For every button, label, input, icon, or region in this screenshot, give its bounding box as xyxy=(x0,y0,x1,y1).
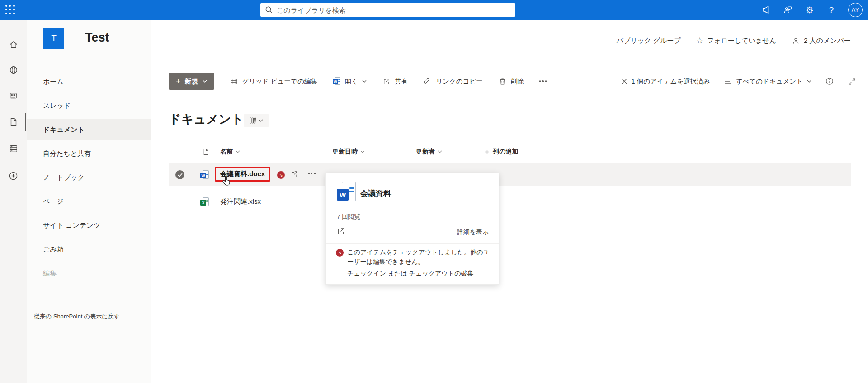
column-header-modified-by[interactable]: 更新者 xyxy=(416,148,442,156)
view-options-icon xyxy=(724,78,732,85)
app-launcher-icon[interactable] xyxy=(5,5,15,15)
add-column-button[interactable]: 列の追加 xyxy=(485,148,518,156)
star-icon: ☆ xyxy=(696,37,703,45)
command-bar-right: 1 個のアイテムを選択済み すべてのドキュメント xyxy=(621,72,856,90)
view-selector[interactable]: すべてのドキュメント xyxy=(724,77,811,86)
checked-out-icon: ↘ xyxy=(277,171,285,179)
view-count: 7 回閲覧 xyxy=(337,213,360,221)
checked-out-icon: ↘ xyxy=(336,249,344,257)
announcements-icon[interactable] xyxy=(761,5,771,15)
globe-icon[interactable] xyxy=(0,59,27,81)
plus-icon: + xyxy=(176,77,181,86)
plus-icon xyxy=(485,149,490,154)
file-link[interactable]: 発注関連.xlsx xyxy=(220,197,261,206)
hover-card-title: 会議資料 xyxy=(360,188,391,199)
site-header-meta: パブリック グループ ☆ フォローしていません 2 人のメンバー xyxy=(617,33,851,49)
word-file-icon-large: W xyxy=(337,182,357,203)
table-row[interactable]: X 発注関連.xlsx xyxy=(169,192,851,212)
checkout-message: このアイテムをチェックアウトしました。他のユーザーは編集できません。 xyxy=(347,248,490,266)
nav-item-notebook[interactable]: ノートブック xyxy=(27,167,151,188)
row-more-icon[interactable] xyxy=(308,173,316,174)
word-file-icon: W xyxy=(200,170,209,179)
delete-button[interactable]: 削除 xyxy=(498,77,524,86)
account-avatar[interactable]: AY xyxy=(848,3,863,17)
nav-item-home[interactable]: ホーム xyxy=(27,71,151,93)
app-rail xyxy=(0,20,27,383)
nav-item-documents[interactable]: ドキュメント xyxy=(27,119,151,140)
show-details-link[interactable]: 詳細を表示 xyxy=(457,228,489,236)
clear-selection-button[interactable]: 1 個のアイテムを選択済み xyxy=(621,77,710,86)
column-header-name[interactable]: 名前 xyxy=(220,148,240,156)
excel-file-icon: X xyxy=(200,197,209,206)
row-selected-check-icon[interactable] xyxy=(175,170,184,179)
trash-icon xyxy=(498,77,507,86)
documents-icon[interactable] xyxy=(0,111,27,133)
divider xyxy=(326,243,499,244)
card-share-icon[interactable] xyxy=(336,226,346,236)
more-commands-button[interactable] xyxy=(539,80,547,82)
follow-button[interactable]: ☆ フォローしていません xyxy=(696,37,776,45)
column-settings-chip[interactable] xyxy=(244,114,269,127)
settings-gear-icon[interactable]: ⚙ xyxy=(805,5,815,15)
file-type-column-icon[interactable] xyxy=(202,148,210,156)
ellipsis-icon xyxy=(539,80,547,82)
columns-icon xyxy=(250,117,256,124)
link-icon xyxy=(423,77,432,86)
new-button[interactable]: + 新規 xyxy=(169,73,214,90)
row-share-icon[interactable] xyxy=(290,170,299,179)
file-hover-card: W 会議資料 7 回閲覧 詳細を表示 ↘ このアイテムをチェックアウトしました。… xyxy=(326,173,499,285)
privacy-label: パブリック グループ xyxy=(617,37,681,45)
members-button[interactable]: 2 人のメンバー xyxy=(792,37,851,45)
nav-item-pages[interactable]: ページ xyxy=(27,191,151,212)
copy-link-button[interactable]: リンクのコピー xyxy=(423,77,483,86)
nav-item-threads[interactable]: スレッド xyxy=(27,95,151,117)
site-title[interactable]: Test xyxy=(85,31,109,45)
classic-sharepoint-link[interactable]: 従来の SharePoint の表示に戻す xyxy=(34,313,120,321)
nav-item-edit[interactable]: 編集 xyxy=(27,262,151,284)
edit-grid-view-button[interactable]: グリッド ビューでの編集 xyxy=(230,77,317,86)
close-icon xyxy=(621,78,627,84)
search-icon xyxy=(265,6,273,14)
home-icon[interactable] xyxy=(0,34,27,56)
mouse-cursor-icon xyxy=(222,176,230,186)
help-icon[interactable]: ? xyxy=(826,5,836,15)
suite-bar-actions: ⚙ ? AY xyxy=(761,0,863,20)
feedback-icon[interactable] xyxy=(783,5,793,15)
expand-button[interactable] xyxy=(848,77,856,86)
open-button[interactable]: W 開く xyxy=(333,77,367,86)
news-icon[interactable] xyxy=(0,85,27,107)
command-bar: + 新規 グリッド ビューでの編集 W 開く 共有 リンクのコピー 削除 xyxy=(169,72,547,90)
search-box[interactable] xyxy=(260,3,515,17)
word-file-icon: W xyxy=(333,77,341,85)
search-input[interactable] xyxy=(277,6,511,14)
nav-item-site-contents[interactable]: サイト コンテンツ xyxy=(27,215,151,236)
site-logo[interactable]: T xyxy=(43,28,64,49)
info-icon xyxy=(825,77,834,86)
rail-selection-indicator xyxy=(25,113,26,131)
grid-icon xyxy=(230,77,238,86)
site-navigation: ホーム スレッド ドキュメント 自分たちと共有 ノートブック ページ サイト コ… xyxy=(27,20,151,383)
create-plus-icon[interactable] xyxy=(0,165,27,187)
expand-icon xyxy=(848,77,856,86)
library-title: ドキュメント xyxy=(169,111,244,127)
column-header-modified[interactable]: 更新日時 xyxy=(332,148,365,156)
share-icon xyxy=(382,77,391,86)
nav-item-recycle-bin[interactable]: ごみ箱 xyxy=(27,238,151,260)
table-row[interactable]: W 会議資料.docx ↘ xyxy=(169,163,851,186)
table-header: 名前 更新日時 更新者 列の追加 xyxy=(0,145,868,161)
person-icon xyxy=(792,37,800,45)
suite-bar: ⚙ ? AY xyxy=(0,0,868,20)
checkin-discard-links[interactable]: チェックイン または チェックアウトの破棄 xyxy=(347,270,473,278)
share-button[interactable]: 共有 xyxy=(382,77,408,86)
info-button[interactable] xyxy=(825,77,834,86)
